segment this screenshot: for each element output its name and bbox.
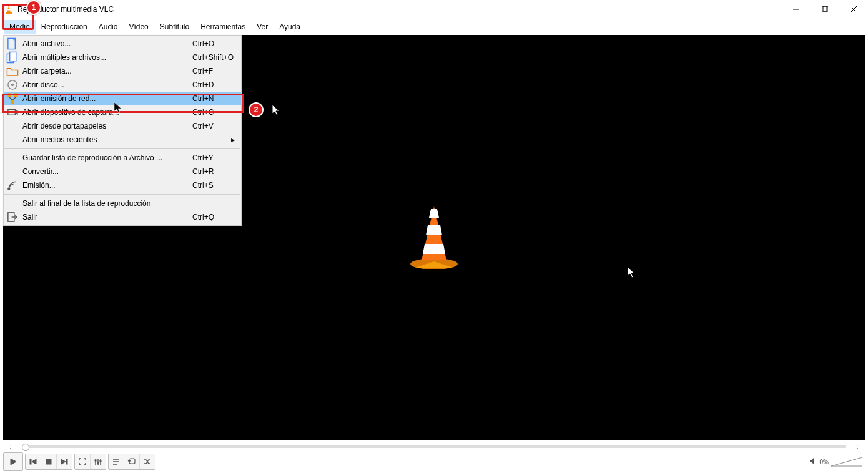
titlebar: Reproductor multimedia VLC xyxy=(0,0,868,19)
medio-dropdown: Abrir archivo... Ctrl+O Abrir múltiples … xyxy=(3,35,242,226)
svg-rect-6 xyxy=(823,6,828,11)
playback-controls: --:-- --:-- 0% xyxy=(3,441,865,470)
menu-open-folder[interactable]: Abrir carpeta... Ctrl+F xyxy=(4,64,241,78)
menu-stream[interactable]: Emisión... Ctrl+S xyxy=(4,178,241,192)
menu-convert[interactable]: Convertir... Ctrl+R xyxy=(4,165,241,178)
menu-medio[interactable]: Medio xyxy=(4,20,36,34)
svg-rect-43 xyxy=(95,460,96,461)
svg-marker-14 xyxy=(423,244,445,254)
svg-rect-2 xyxy=(7,7,10,8)
svg-rect-26 xyxy=(8,110,15,115)
menu-quit[interactable]: Salir Ctrl+Q xyxy=(4,210,241,224)
next-button[interactable] xyxy=(57,454,72,469)
vlc-logo-cone-icon xyxy=(397,200,471,275)
menu-save-playlist[interactable]: Guardar lista de reproducción a Archivo … xyxy=(4,151,241,165)
svg-rect-22 xyxy=(14,93,18,97)
time-elapsed: --:-- xyxy=(3,442,18,450)
stream-icon xyxy=(6,180,19,190)
blank-icon xyxy=(6,167,19,177)
menu-ayuda[interactable]: Ayuda xyxy=(274,20,306,34)
annotation-badge-2: 2 xyxy=(249,102,264,117)
svg-marker-34 xyxy=(11,459,16,465)
menu-video[interactable]: Vídeo xyxy=(123,20,154,34)
blank-icon xyxy=(6,121,19,131)
menu-reproduccion[interactable]: Reproducción xyxy=(36,20,93,34)
svg-marker-49 xyxy=(128,460,131,462)
menu-open-clipboard[interactable]: Abrir desde portapapeles Ctrl+V xyxy=(4,119,241,133)
svg-marker-50 xyxy=(810,458,814,464)
blank-icon xyxy=(6,198,19,208)
svg-rect-21 xyxy=(7,93,11,97)
close-button[interactable] xyxy=(839,0,868,19)
svg-rect-18 xyxy=(10,52,16,61)
previous-button[interactable] xyxy=(26,454,41,469)
annotation-badge-1: 1 xyxy=(26,0,41,15)
menu-open-disc[interactable]: Abrir disco... Ctrl+D xyxy=(4,78,241,92)
svg-line-25 xyxy=(12,97,16,100)
menu-quit-after-playlist[interactable]: Salir al final de la lista de reproducci… xyxy=(4,197,241,210)
time-total: --:-- xyxy=(850,442,865,450)
shuffle-button[interactable] xyxy=(140,454,155,469)
files-icon xyxy=(6,52,19,62)
svg-point-28 xyxy=(7,188,10,190)
menubar: Medio Reproducción Audio Vídeo Subtítulo… xyxy=(0,19,868,36)
menu-separator xyxy=(4,194,240,195)
menu-subtitulo[interactable]: Subtítulo xyxy=(154,20,195,34)
menu-herramientas[interactable]: Herramientas xyxy=(195,20,251,34)
window-controls xyxy=(782,0,868,19)
file-icon xyxy=(6,39,19,49)
play-button[interactable] xyxy=(4,453,22,470)
speaker-icon[interactable] xyxy=(809,457,817,467)
quit-icon xyxy=(6,212,19,222)
svg-rect-35 xyxy=(30,459,31,464)
svg-marker-13 xyxy=(426,225,442,235)
folder-icon xyxy=(6,66,19,76)
capture-icon xyxy=(6,107,19,117)
loop-button[interactable] xyxy=(124,454,140,469)
menu-open-file[interactable]: Abrir archivo... Ctrl+O xyxy=(4,37,241,51)
network-icon xyxy=(6,94,19,104)
fullscreen-button[interactable] xyxy=(75,454,91,469)
svg-rect-45 xyxy=(100,460,101,462)
svg-marker-0 xyxy=(7,5,11,12)
playlist-button[interactable] xyxy=(109,454,124,469)
disc-icon xyxy=(6,80,19,90)
svg-marker-38 xyxy=(61,459,66,464)
svg-rect-3 xyxy=(7,9,11,11)
stop-button[interactable] xyxy=(41,454,57,469)
menu-open-multiple-files[interactable]: Abrir múltiples archivos... Ctrl+Shift+O xyxy=(4,51,241,64)
menu-open-capture-device[interactable]: Abrir dispositivo de captura... Ctrl+C xyxy=(4,105,241,119)
svg-rect-44 xyxy=(97,462,99,464)
svg-rect-39 xyxy=(66,459,67,464)
svg-rect-23 xyxy=(11,100,14,104)
vlc-cone-icon xyxy=(4,4,14,14)
volume-percent: 0% xyxy=(820,459,829,465)
menu-ver[interactable]: Ver xyxy=(251,20,274,34)
extended-settings-button[interactable] xyxy=(91,454,106,469)
svg-marker-36 xyxy=(32,459,36,464)
svg-marker-12 xyxy=(429,209,439,218)
volume-slider[interactable] xyxy=(831,456,862,467)
svg-rect-1 xyxy=(6,12,12,14)
menu-separator xyxy=(4,148,240,149)
submenu-arrow-icon: ▸ xyxy=(231,135,235,144)
blank-icon xyxy=(6,135,19,145)
svg-rect-5 xyxy=(822,6,827,11)
svg-point-20 xyxy=(11,84,14,86)
menu-open-recent[interactable]: Abrir medios recientes ▸ xyxy=(4,133,241,147)
svg-rect-37 xyxy=(46,459,51,464)
seek-slider[interactable] xyxy=(22,444,846,449)
svg-line-24 xyxy=(9,97,12,100)
blank-icon xyxy=(6,153,19,163)
menu-open-network-stream[interactable]: Abrir emisión de red... Ctrl+N xyxy=(4,92,241,105)
svg-marker-51 xyxy=(831,457,862,466)
menu-audio[interactable]: Audio xyxy=(93,20,124,34)
maximize-button[interactable] xyxy=(811,0,839,19)
minimize-button[interactable] xyxy=(782,0,811,19)
